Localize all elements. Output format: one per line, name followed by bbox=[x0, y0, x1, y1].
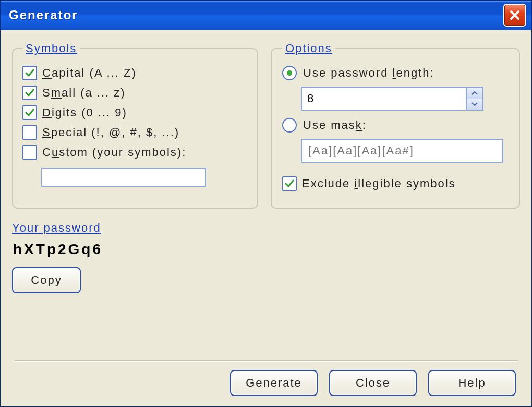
upper-panels: Symbols Capital (A ... Z) Small (a ... z… bbox=[12, 42, 520, 209]
dialog-buttons: Generate Close Help bbox=[12, 370, 520, 399]
length-input[interactable] bbox=[301, 87, 466, 111]
options-group: Options Use password length: bbox=[271, 42, 520, 209]
titlebar: Generator bbox=[1, 1, 531, 30]
digits-checkbox-row[interactable]: Digits (0 ... 9) bbox=[22, 105, 248, 120]
use-mask-radio-row[interactable]: Use mask: bbox=[282, 118, 509, 133]
special-checkbox[interactable] bbox=[22, 125, 37, 140]
symbols-legend[interactable]: Symbols bbox=[22, 42, 80, 55]
use-length-label: Use password length: bbox=[303, 66, 434, 80]
exclude-illegible-checkbox[interactable] bbox=[282, 176, 297, 191]
use-mask-radio[interactable] bbox=[282, 118, 297, 133]
close-button[interactable]: Close bbox=[329, 370, 417, 396]
use-length-radio[interactable] bbox=[282, 66, 297, 80]
spin-down-button[interactable] bbox=[467, 99, 482, 110]
digits-checkbox[interactable] bbox=[22, 105, 37, 120]
close-icon bbox=[509, 9, 521, 21]
mask-input[interactable] bbox=[301, 139, 503, 163]
your-password-heading[interactable]: Your password bbox=[12, 221, 520, 235]
custom-checkbox[interactable] bbox=[22, 145, 37, 160]
length-spinner bbox=[301, 87, 509, 111]
exclude-checkbox-row[interactable]: Exclude illegible symbols bbox=[282, 176, 509, 191]
generate-button[interactable]: Generate bbox=[230, 370, 318, 396]
check-icon bbox=[285, 179, 294, 188]
small-checkbox-row[interactable]: Small (a ... z) bbox=[22, 86, 248, 100]
custom-checkbox-row[interactable]: Custom (your symbols): bbox=[22, 145, 248, 160]
options-legend[interactable]: Options bbox=[282, 42, 335, 55]
check-icon bbox=[25, 88, 34, 98]
generator-window: Generator Symbols Capital (A ... Z) bbox=[0, 0, 532, 407]
check-icon bbox=[25, 108, 34, 117]
copy-button[interactable]: Copy bbox=[12, 267, 81, 293]
capital-checkbox[interactable] bbox=[22, 66, 37, 80]
use-length-radio-row[interactable]: Use password length: bbox=[282, 66, 509, 80]
chevron-down-icon bbox=[471, 102, 478, 106]
exclude-label: Exclude illegible symbols bbox=[302, 177, 456, 190]
custom-symbols-input[interactable] bbox=[41, 168, 206, 187]
your-password-section: Your password hXTp2Gq6 Copy bbox=[12, 221, 520, 293]
check-icon bbox=[25, 68, 34, 78]
capital-label: Capital (A ... Z) bbox=[42, 66, 137, 80]
spin-up-button[interactable] bbox=[467, 88, 482, 99]
spinner-buttons bbox=[466, 87, 483, 111]
capital-checkbox-row[interactable]: Capital (A ... Z) bbox=[22, 66, 248, 80]
digits-label: Digits (0 ... 9) bbox=[42, 106, 127, 119]
special-label: Special (!, @, #, $, ...) bbox=[42, 126, 179, 139]
separator bbox=[14, 360, 518, 362]
symbols-group: Symbols Capital (A ... Z) Small (a ... z… bbox=[12, 42, 258, 209]
small-label: Small (a ... z) bbox=[42, 86, 126, 100]
window-title: Generator bbox=[9, 8, 78, 22]
close-window-button[interactable] bbox=[503, 4, 526, 27]
custom-label: Custom (your symbols): bbox=[42, 146, 186, 159]
client-area: Symbols Capital (A ... Z) Small (a ... z… bbox=[1, 30, 531, 406]
special-checkbox-row[interactable]: Special (!, @, #, $, ...) bbox=[22, 125, 248, 140]
help-button[interactable]: Help bbox=[428, 370, 516, 396]
use-mask-label: Use mask: bbox=[303, 118, 367, 132]
chevron-up-icon bbox=[471, 91, 478, 95]
small-checkbox[interactable] bbox=[22, 86, 37, 100]
password-value: hXTp2Gq6 bbox=[13, 241, 520, 258]
